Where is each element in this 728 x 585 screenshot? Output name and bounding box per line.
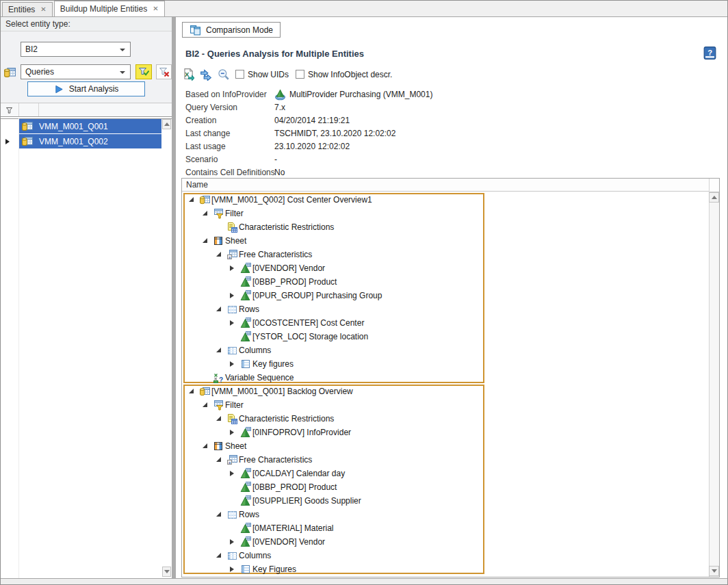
characteristic-icon (240, 427, 251, 438)
collapse-arrow-icon[interactable] (216, 348, 221, 352)
tree-row[interactable]: [0CALDAY] Calendar day (182, 467, 709, 480)
checkbox-show-infoobject-descr[interactable] (296, 70, 304, 79)
tree-row[interactable]: aFree Characteristics (182, 453, 709, 467)
collapse-arrow-icon[interactable] (203, 238, 207, 243)
tree-row[interactable]: [0MATERIAL] Material (182, 521, 709, 535)
tree-row[interactable]: [0INFOPROV] InfoProvider (182, 426, 709, 439)
svg-text:X: X (185, 70, 190, 78)
entity-list-header[interactable] (1, 103, 172, 116)
expand-arrow-icon[interactable] (230, 471, 234, 476)
tree-row[interactable]: Columns (182, 343, 709, 357)
tree-row[interactable]: [0BBP_PROD] Product (182, 480, 709, 494)
tree-row[interactable]: Key Figures (182, 562, 709, 576)
sheet-icon (213, 441, 224, 452)
tree-row[interactable]: ?Variable Sequence (182, 371, 709, 385)
start-analysis-button[interactable]: Start Analysis (27, 81, 145, 96)
tree-row[interactable]: [0PUR_GROUP] Purchasing Group (182, 289, 709, 302)
tree-row[interactable]: Filter (182, 207, 709, 220)
expand-arrow-icon[interactable] (230, 567, 234, 572)
toolbar-button-excel-export-icon[interactable]: X (182, 68, 194, 81)
current-row-arrow-icon (5, 139, 10, 144)
tree-row[interactable]: Sheet (182, 234, 709, 248)
tab-entities[interactable]: Entities✕ (2, 2, 53, 16)
set-filter-icon (138, 66, 149, 77)
expand-arrow-icon[interactable] (230, 320, 234, 326)
tree-row[interactable]: Key figures (182, 357, 709, 371)
list-item-vmm-m001-q002[interactable]: VMM_M001_Q002 (19, 134, 161, 148)
tree-row[interactable]: Characteristic Restrictions (182, 412, 709, 426)
tree-row[interactable]: [0COSTCENTER] Cost Center (182, 316, 709, 330)
tree-row[interactable]: [0BBP_PROD] Product (182, 275, 709, 289)
tree-row[interactable]: Rows (182, 302, 709, 316)
tree-row[interactable]: Columns (182, 549, 709, 562)
tree-row[interactable]: aFree Characteristics (182, 248, 709, 261)
tree-row[interactable]: [VMM_M001_Q001] Backlog Overview (182, 385, 709, 398)
expand-arrow-icon[interactable] (230, 265, 234, 271)
scroll-up-button[interactable] (162, 119, 171, 129)
collapse-arrow-icon[interactable] (216, 457, 221, 462)
info-value-text: 04/20/2014 21:19:21 (274, 115, 350, 126)
tree-row-label: [0VENDOR] Vendor (252, 261, 325, 275)
tree-row-label: [0BBP_PROD] Product (252, 275, 337, 289)
collapse-arrow-icon[interactable] (189, 197, 194, 202)
collapse-arrow-icon[interactable] (189, 389, 194, 393)
collapse-arrow-icon[interactable] (203, 443, 207, 448)
expand-arrow-icon[interactable] (230, 293, 234, 298)
scroll-up-button[interactable] (709, 192, 719, 203)
char-restrictions-icon (226, 413, 237, 424)
tree-row-label: Columns (239, 549, 271, 562)
free-characteristics-icon: a (226, 249, 237, 260)
tree-row[interactable]: [0VENDOR] Vendor (182, 261, 709, 275)
key-figures-icon (240, 359, 251, 369)
entity-type-dropdown[interactable]: BI2 (21, 42, 131, 57)
expand-arrow-icon[interactable] (230, 361, 234, 367)
collapse-arrow-icon[interactable] (203, 402, 207, 407)
collapse-arrow-icon[interactable] (216, 512, 221, 517)
tree-scrollbar[interactable] (709, 179, 719, 577)
tree-row-label: Key Figures (252, 562, 296, 576)
tree-row-label: Filter (225, 207, 244, 220)
tree-row-label: [YSTOR_LOC] Storage location (252, 330, 368, 343)
select-entity-type-label: Select entity type: (5, 19, 70, 29)
play-icon (54, 84, 64, 94)
scroll-down-button[interactable] (162, 567, 171, 577)
collapse-arrow-icon[interactable] (216, 252, 221, 257)
tree-row[interactable]: [0SUPPLIER] Goods Supplier (182, 494, 709, 508)
collapse-arrow-icon[interactable] (216, 553, 221, 558)
zoom-out-icon (218, 68, 230, 81)
set-filter-button[interactable] (135, 64, 152, 79)
list-item-vmm-m001-q001[interactable]: VMM_M001_Q001 (19, 119, 161, 133)
expand-arrow-icon[interactable] (230, 430, 234, 435)
info-value: No (274, 167, 285, 178)
tree-row[interactable]: [VMM_M001_Q002] Cost Center Overview1 (182, 193, 709, 207)
scroll-down-button[interactable] (709, 566, 719, 576)
tree-row[interactable]: Sheet (182, 439, 709, 453)
tree-row-label: [VMM_M001_Q002] Cost Center Overview1 (211, 193, 372, 207)
toolbar-button-transfer-arrows-icon[interactable] (200, 68, 212, 81)
comparison-mode-label: Comparison Mode (206, 25, 273, 35)
scrollbar-header-cap (710, 179, 719, 192)
tree-row-label: Sheet (225, 439, 246, 453)
tree-row[interactable]: [YSTOR_LOC] Storage location (182, 330, 709, 343)
tree-row[interactable]: Filter (182, 398, 709, 412)
char-restrictions-icon (226, 222, 237, 233)
delete-filter-button[interactable] (156, 64, 172, 79)
app-window: Entities✕Buildup Multiple Entities✕ Sele… (0, 0, 728, 585)
close-icon[interactable]: ✕ (40, 6, 46, 13)
checkbox-show-uids[interactable] (235, 70, 244, 79)
tree-column-header[interactable]: Name (182, 179, 719, 192)
object-type-dropdown[interactable]: Queries (21, 64, 131, 79)
tab-buildup-multiple-entities[interactable]: Buildup Multiple Entities✕ (54, 1, 165, 16)
collapse-arrow-icon[interactable] (203, 211, 207, 216)
collapse-arrow-icon[interactable] (216, 416, 221, 421)
comparison-mode-button[interactable]: Comparison Mode (182, 22, 281, 38)
tree-row[interactable]: [0VENDOR] Vendor (182, 535, 709, 549)
tree-row-label: Columns (239, 343, 271, 357)
expand-arrow-icon[interactable] (230, 539, 234, 545)
collapse-arrow-icon[interactable] (216, 307, 221, 311)
close-icon[interactable]: ✕ (153, 5, 158, 12)
tree-row[interactable]: Characteristic Restrictions (182, 220, 709, 234)
toolbar-button-zoom-out-icon[interactable] (218, 68, 230, 81)
tree-row[interactable]: Rows (182, 508, 709, 521)
help-icon: ? (703, 47, 716, 60)
